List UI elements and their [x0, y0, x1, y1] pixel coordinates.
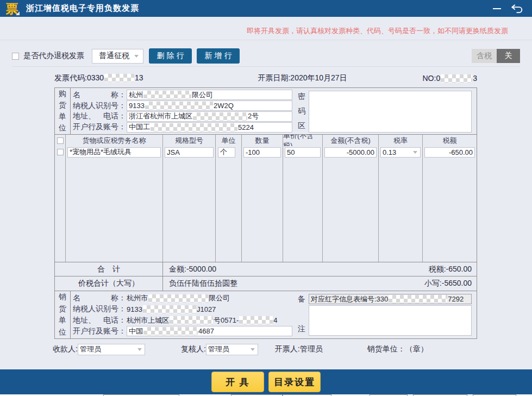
buyer-side-label: 购货 单位 [55, 88, 71, 134]
password-area-box [309, 91, 472, 133]
seller-name-value: 杭州市限公司 [127, 293, 230, 303]
catalog-settings-button[interactable]: 目录设置 [268, 372, 321, 392]
red-warning-notice: 即将开具发票，请认真核对发票种类、代码、号码是否一致，如不同请更换纸质发票 [0, 17, 532, 40]
col-header-unit: 单位 [216, 135, 242, 146]
seller-bank-field[interactable]: 中国4687 [127, 326, 292, 336]
col-header-price: 单价(不含税) [283, 135, 323, 146]
grand-total-label: 价税合计（大写） [55, 276, 163, 291]
totals-amount: 金额:-5000.00 [169, 265, 216, 274]
row-checkbox[interactable] [57, 149, 64, 155]
undo-back-icon[interactable] [511, 4, 523, 14]
totals-label: 合 计 [55, 262, 163, 276]
col-header-tax: 税额 [423, 135, 477, 146]
toolbar: 是否代办退税发票 普通征税 删 除 行 新 增 行 含税 关 [12, 48, 520, 64]
invoice-meta-row: 发票代码:033013 开票日期:2020年10月27日 NO:03 [54, 72, 477, 84]
chevron-down-icon [137, 348, 142, 351]
buyer-name-label: 名 称： [73, 90, 127, 100]
redaction-block [104, 74, 134, 82]
tax-included-state: 关 [497, 49, 520, 63]
payee-label: 收款人: [53, 344, 78, 354]
reviewer-label: 复核人: [181, 344, 206, 354]
buyer-bank-label: 开户行及账号： [73, 122, 127, 132]
seller-side-label: 销货 单位 [55, 291, 71, 338]
col-header-qty: 数量 [242, 135, 283, 146]
refund-checkbox-label: 是否代办退税发票 [23, 51, 84, 61]
window-title: 浙江增值税电子专用负数发票 [26, 3, 139, 14]
redaction-block [143, 305, 196, 313]
col-header-rate: 税率 [379, 135, 423, 146]
title-bar: 票 浙江增值税电子专用负数发票 [0, 0, 532, 17]
buyer-taxid-label: 纳税人识别号： [73, 101, 127, 111]
remark-label: 备 注 [295, 291, 309, 338]
footer-bar: 开 具 目录设置 [0, 369, 532, 394]
chevron-down-icon [251, 348, 255, 351]
price-input[interactable]: 50 [285, 147, 321, 158]
select-all-checkbox[interactable] [57, 137, 64, 144]
redaction-block [148, 294, 208, 303]
app-logo-invoice-icon: 票 [4, 2, 20, 16]
buyer-name-field[interactable]: 杭州限公司 [127, 90, 292, 100]
refund-invoice-checkbox[interactable] [12, 53, 19, 60]
minimize-icon[interactable] [493, 8, 501, 9]
redaction-block [145, 102, 213, 110]
redaction-block [151, 123, 237, 131]
totals-row: 合 计 金额:-5000.00 税额:-650.00 [55, 262, 477, 276]
buyer-address-label: 地址、 电话： [73, 111, 127, 121]
payee-select[interactable]: 管理员 [78, 344, 145, 355]
redaction-block [170, 316, 213, 324]
grand-total-words: 负伍仟陆佰伍拾圆整 [169, 279, 237, 288]
totals-tax: 税额:-650.00 [429, 265, 472, 274]
delete-row-button[interactable]: 删 除 行 [149, 48, 192, 64]
col-header-spec: 规格型号 [163, 135, 216, 146]
seller-taxid-label: 纳税人识别号： [73, 304, 127, 314]
amount-input[interactable]: -5000.00 [324, 147, 377, 158]
invoice-number: NO:03 [423, 74, 477, 83]
seller-name-label: 名 称： [73, 293, 127, 303]
goods-table: 货物或应税劳务名称 规格型号 单位 数量 单价(不含税) 金额(不含税) 税率 … [55, 134, 477, 262]
col-header-goods-name: 货物或应税劳务名称 [66, 135, 163, 146]
seller-address-value: 杭州市上城区号0571-4 [127, 316, 277, 325]
chevron-down-icon [134, 55, 139, 58]
redaction-block [441, 74, 472, 83]
redaction-block [193, 112, 247, 121]
tax-mode-value: 普通征税 [99, 51, 129, 61]
col-header-amount: 金额(不含税) [323, 135, 379, 146]
seller-taxid-value: 9133J1027 [127, 305, 216, 313]
invoice-code: 发票代码:033013 [54, 73, 143, 83]
red-letter-info-number: 对应红字信息表编号:3307292 [309, 294, 472, 304]
qty-input[interactable]: -100 [243, 147, 281, 158]
persons-row: 收款人: 管理员 复核人: 管理员 开票人:管理员 销货单位：（章） [53, 343, 532, 356]
tax-rate-select[interactable]: 0.13 [380, 147, 421, 158]
buyer-bank-field[interactable]: 中国工5224 [127, 122, 292, 133]
redaction-block [389, 295, 447, 303]
remark-textarea[interactable] [309, 305, 472, 336]
tax-included-label: 含税 [472, 49, 497, 63]
goods-name-input[interactable]: *宠物用品*毛绒玩具 [67, 147, 161, 158]
seller-seal-text: 销货单位：（章） [367, 344, 428, 354]
redaction-block [143, 91, 191, 99]
seller-address-label: 地址、 电话： [73, 316, 127, 325]
seller-bank-label: 开户行及账号： [73, 326, 127, 336]
tax-amount-input[interactable]: -650.00 [424, 147, 475, 158]
redaction-block [239, 316, 273, 324]
redaction-block [143, 327, 198, 335]
reviewer-select[interactable]: 管理员 [206, 344, 258, 355]
buyer-taxid-field[interactable]: 91332W2Q [127, 100, 292, 111]
tax-included-toggle[interactable]: 含税 关 [472, 49, 520, 63]
grand-total-row: 价税合计（大写） 负伍仟陆佰伍拾圆整 小写:-5650.00 [55, 276, 477, 291]
password-area-label: 密 码 区 [295, 88, 309, 134]
seller-section: 销货 单位 名 称： 杭州市限公司 纳税人识别号： 9133J1027 地址、 … [55, 291, 477, 338]
buyer-section: 购货 单位 名 称： 杭州限公司 纳税人识别号： 91332W2Q 地址、 电话… [55, 88, 477, 134]
invoice-form: 购货 单位 名 称： 杭州限公司 纳税人识别号： 91332W2Q 地址、 电话… [54, 87, 477, 339]
buyer-address-field[interactable]: 浙江省杭州市上城区2号 [127, 111, 292, 122]
add-row-button[interactable]: 新 增 行 [197, 48, 240, 64]
unit-input[interactable]: 个 [218, 147, 235, 158]
invoice-date: 开票日期:2020年10月27日 [258, 73, 347, 83]
chevron-down-icon [413, 151, 417, 154]
issue-invoice-button[interactable]: 开 具 [211, 372, 264, 392]
tax-mode-select[interactable]: 普通征税 [92, 49, 143, 64]
spec-input[interactable]: JSA [165, 147, 214, 158]
drawer-text: 开票人:管理员 [275, 344, 323, 354]
divider [12, 66, 520, 67]
grand-total-figures: 小写:-5650.00 [424, 279, 472, 288]
